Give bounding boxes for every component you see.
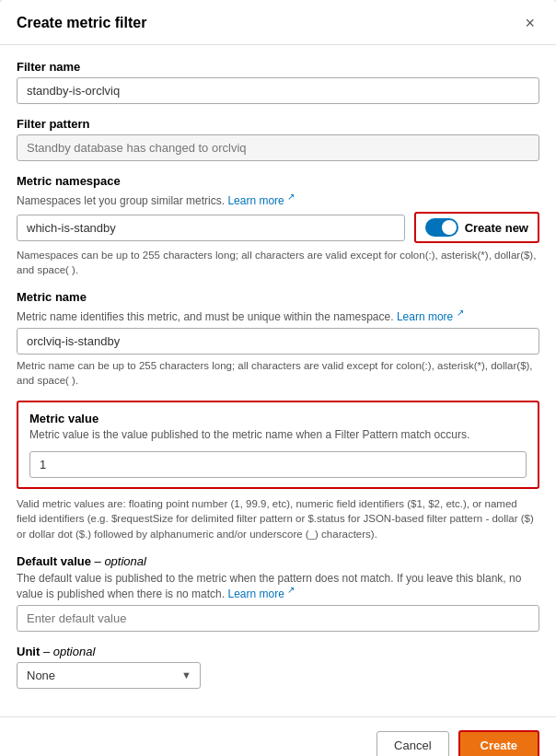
modal-footer: Cancel Create (0, 716, 556, 756)
default-value-input[interactable] (17, 605, 539, 632)
metric-value-group: Metric value Metric value is the value p… (17, 401, 539, 489)
filter-name-label: Filter name (17, 60, 539, 74)
metric-name-label: Metric name (17, 290, 539, 304)
default-value-sublabel: The default value is published to the me… (17, 572, 539, 600)
metric-namespace-hint: Namespaces can be up to 255 characters l… (17, 248, 539, 277)
close-button[interactable]: × (520, 13, 539, 33)
unit-select[interactable]: None Seconds Milliseconds Bytes Kilobyte… (17, 662, 201, 689)
toggle-create-wrap: Create new (414, 212, 539, 243)
create-new-toggle[interactable] (425, 218, 458, 237)
metric-name-group: Metric name Metric name identifies this … (17, 290, 539, 388)
unit-label: Unit – optional (17, 645, 539, 658)
modal-body: Filter name Filter pattern Metric namesp… (0, 45, 556, 716)
metric-namespace-label: Metric namespace (17, 174, 539, 188)
modal-title: Create metric filter (17, 15, 146, 31)
namespace-row: Create new (17, 212, 539, 243)
unit-select-wrap: None Seconds Milliseconds Bytes Kilobyte… (17, 662, 201, 689)
metric-value-input[interactable] (29, 451, 527, 478)
metric-value-sublabel: Metric value is the value published to t… (29, 428, 527, 441)
metric-namespace-input[interactable] (17, 215, 405, 241)
cancel-button[interactable]: Cancel (376, 731, 448, 756)
filter-pattern-label: Filter pattern (17, 117, 539, 131)
default-value-group: Default value – optional The default val… (17, 554, 539, 632)
filter-name-group: Filter name (17, 60, 539, 104)
modal-header: Create metric filter × (0, 0, 556, 45)
namespace-input-wrap (17, 215, 405, 241)
toggle-thumb (442, 220, 457, 235)
metric-namespace-sublabel: Namespaces let you group similar metrics… (17, 192, 539, 207)
create-new-label: Create new (465, 221, 528, 235)
external-link-icon: ↗ (287, 192, 295, 202)
create-button[interactable]: Create (458, 730, 539, 756)
metric-name-input[interactable] (17, 328, 539, 355)
metric-value-hint: Valid metric values are: floating point … (17, 496, 539, 541)
filter-pattern-input (17, 134, 539, 161)
external-link-icon-2: ↗ (457, 308, 464, 318)
metric-name-sublabel: Metric name identifies this metric, and … (17, 308, 539, 323)
metric-value-label: Metric value (29, 412, 527, 425)
create-metric-filter-modal: Create metric filter × Filter name Filte… (0, 0, 556, 756)
metric-name-hint: Metric name can be up to 255 characters … (17, 358, 539, 388)
default-value-learn-more[interactable]: Learn more ↗ (227, 587, 295, 600)
external-link-icon-3: ↗ (287, 585, 295, 595)
default-value-label: Default value – optional (17, 554, 539, 568)
filter-pattern-group: Filter pattern (17, 117, 539, 161)
filter-name-input[interactable] (17, 77, 539, 104)
metric-name-learn-more[interactable]: Learn more ↗ (397, 310, 464, 323)
metric-namespace-group: Metric namespace Namespaces let you grou… (17, 174, 539, 277)
unit-group: Unit – optional None Seconds Millisecond… (17, 645, 539, 689)
metric-namespace-learn-more[interactable]: Learn more ↗ (227, 194, 295, 207)
